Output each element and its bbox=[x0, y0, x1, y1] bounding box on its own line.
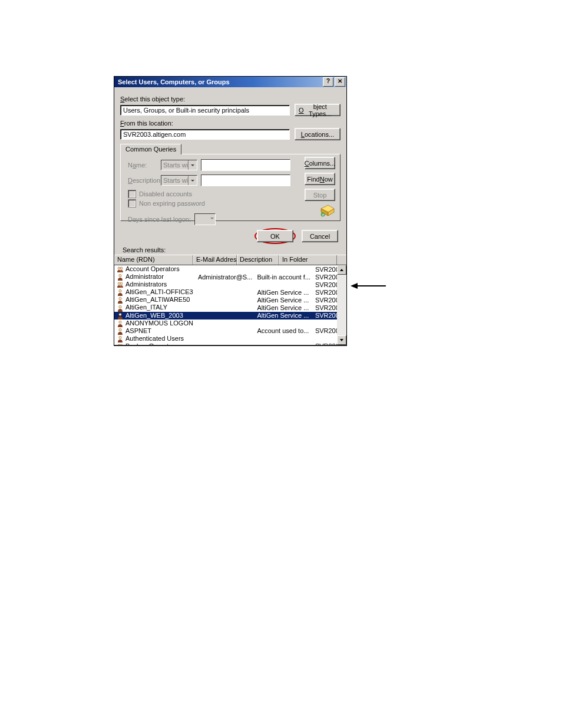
results-table[interactable]: Account OperatorsSVR2003.altige...Admini… bbox=[114, 265, 346, 345]
find-now-button[interactable]: Find Now bbox=[305, 173, 335, 185]
svg-point-9 bbox=[119, 313, 121, 315]
object-type-label: Select this object type: bbox=[120, 95, 340, 103]
svg-point-7 bbox=[119, 298, 121, 300]
svg-point-8 bbox=[119, 305, 121, 308]
from-location-label: From this location: bbox=[120, 120, 340, 127]
chevron-down-icon bbox=[188, 176, 197, 185]
titlebar[interactable]: Select Users, Computers, or Groups ? ✕ bbox=[114, 77, 346, 87]
svg-point-3 bbox=[119, 274, 121, 276]
scroll-down-button[interactable] bbox=[337, 335, 346, 345]
table-row[interactable]: AltiGen_ITALYAltiGen Service ...SVR2003.… bbox=[114, 304, 346, 311]
col-email[interactable]: E-Mail Address bbox=[193, 255, 237, 265]
ok-button[interactable]: OK bbox=[257, 230, 293, 242]
days-since-label: Days since last logon: bbox=[128, 216, 191, 223]
svg-point-12 bbox=[119, 336, 121, 338]
search-results-label: Search results: bbox=[123, 246, 340, 253]
table-row[interactable]: AdministratorsSVR2003.altige... bbox=[114, 281, 346, 288]
checkbox-icon bbox=[128, 199, 136, 207]
object-type-field bbox=[120, 105, 290, 116]
queries-tabbox: Common Queries Name: Starts with Descrip… bbox=[120, 144, 340, 221]
desc-query-input[interactable] bbox=[201, 174, 290, 186]
col-folder[interactable]: In Folder bbox=[279, 255, 337, 265]
close-button[interactable]: ✕ bbox=[335, 77, 345, 87]
svg-marker-16 bbox=[351, 283, 358, 289]
svg-point-6 bbox=[119, 290, 121, 292]
checkbox-icon bbox=[128, 190, 136, 198]
days-since-combo[interactable] bbox=[194, 213, 216, 225]
help-button[interactable]: ? bbox=[323, 77, 333, 87]
non-expiring-label: Non expiring password bbox=[139, 200, 205, 207]
svg-point-11 bbox=[119, 328, 121, 331]
results-header: Name (RDN) E-Mail Address Description In… bbox=[114, 255, 346, 265]
svg-point-2 bbox=[120, 267, 123, 269]
table-row[interactable]: AltiGen_ALTI-OFFICE3AltiGen Service ...S… bbox=[114, 288, 346, 296]
vertical-scrollbar[interactable] bbox=[337, 265, 346, 345]
scroll-up-button[interactable] bbox=[337, 265, 346, 275]
annotation-arrow bbox=[351, 282, 386, 289]
location-field bbox=[120, 129, 290, 140]
directory-icon bbox=[319, 204, 335, 217]
common-queries-tab[interactable]: Common Queries bbox=[120, 144, 181, 154]
col-desc[interactable]: Description bbox=[237, 255, 279, 265]
svg-point-10 bbox=[119, 321, 121, 323]
table-row[interactable]: ANONYMOUS LOGON bbox=[114, 319, 346, 327]
chevron-down-icon bbox=[188, 160, 197, 170]
scroll-track[interactable] bbox=[337, 275, 346, 335]
svg-point-14 bbox=[120, 344, 123, 345]
cancel-button[interactable]: Cancel bbox=[302, 230, 338, 242]
svg-point-1 bbox=[118, 267, 120, 269]
table-row[interactable]: AltiGen_WEB_2003AltiGen Service ...SVR20… bbox=[114, 312, 346, 319]
select-objects-dialog: Select Users, Computers, or Groups ? ✕ S… bbox=[114, 76, 347, 346]
table-row[interactable]: ASPNETAccount used to...SVR2003.altige..… bbox=[114, 327, 346, 335]
queries-panel: Name: Starts with Description: Starts wi… bbox=[120, 154, 340, 221]
object-types-button[interactable]: Object Types... bbox=[295, 104, 340, 116]
columns-button[interactable]: Columns... bbox=[305, 157, 335, 169]
locations-button[interactable]: Locations... bbox=[295, 128, 340, 140]
desc-match-combo[interactable]: Starts with bbox=[161, 175, 197, 186]
name-query-input[interactable] bbox=[201, 159, 290, 171]
table-row[interactable]: AdministratorAdministrator@S...Built-in … bbox=[114, 273, 346, 281]
stop-button[interactable]: Stop bbox=[305, 189, 335, 201]
svg-point-13 bbox=[118, 344, 120, 345]
results-grid[interactable]: Account OperatorsSVR2003.altige...Admini… bbox=[114, 265, 346, 345]
desc-query-label: Description: bbox=[128, 177, 161, 184]
name-query-label: Name: bbox=[128, 162, 161, 169]
name-match-combo[interactable]: Starts with bbox=[161, 160, 197, 170]
col-name[interactable]: Name (RDN) bbox=[114, 255, 193, 265]
dialog-body: Select this object type: Object Types...… bbox=[114, 87, 346, 253]
disabled-accounts-label: Disabled accounts bbox=[139, 190, 192, 197]
table-row[interactable]: AltiGen_ALTIWARE50AltiGen Service ...SVR… bbox=[114, 296, 346, 304]
table-row[interactable]: Authenticated Users bbox=[114, 335, 346, 342]
title-text: Select Users, Computers, or Groups bbox=[118, 78, 322, 85]
table-row[interactable]: Backup OperatorsSVR2003.altige... bbox=[114, 342, 346, 345]
table-row[interactable]: Account OperatorsSVR2003.altige... bbox=[114, 265, 346, 273]
svg-point-5 bbox=[120, 282, 123, 285]
ok-highlight-circle: OK bbox=[254, 228, 296, 244]
svg-point-4 bbox=[118, 282, 120, 285]
